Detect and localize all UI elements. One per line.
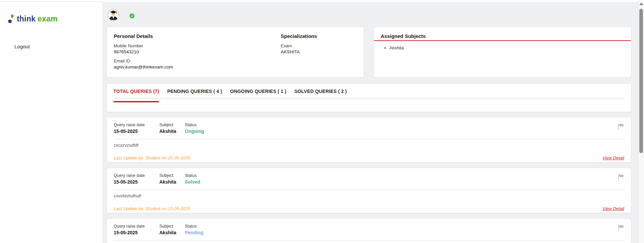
- query-subject-value: Akshita: [159, 179, 185, 185]
- query-status-value: Ongoing: [185, 129, 204, 134]
- think-exam-logo[interactable]: think exam: [8, 14, 58, 23]
- query-card-divider: [114, 139, 624, 139]
- query-card-divider: [114, 240, 624, 241]
- query-card: Query raise date 15-05-2025 Subject Aksh…: [107, 168, 631, 213]
- query-raise-date-label: Query raise date: [114, 224, 159, 229]
- query-subject-field: Subject Akshita: [159, 123, 185, 134]
- last-update-text: Last Update by: Student on 15-05-2025: [114, 206, 190, 211]
- query-card-header: Query raise date 15-05-2025 Subject Aksh…: [107, 219, 631, 235]
- query-raise-date-field: Query raise date 15-05-2025: [114, 224, 159, 235]
- query-raise-date-value: 15-05-2025: [114, 179, 159, 185]
- verified-check-icon: [129, 13, 135, 18]
- email-id-value: agniv.kumar@thinkexam.com: [114, 64, 173, 69]
- sidebar-top-divider: [0, 1, 102, 2]
- flag-icon[interactable]: [618, 123, 624, 134]
- query-card-footer: Last Update by: Student on 15-05-2025 Vi…: [114, 155, 624, 160]
- query-status-label: Status: [185, 173, 200, 178]
- tab-label: PENDING QUERIES ( 4 ): [167, 89, 222, 94]
- query-raise-date-field: Query raise date 15-05-2025: [114, 123, 159, 134]
- query-card-header: Query raise date 15-05-2025 Subject Aksh…: [107, 168, 631, 185]
- mobile-number-label: Mobile Number: [114, 43, 173, 48]
- personal-details-card: Personal Details Mobile Number 987654321…: [107, 27, 364, 78]
- query-raise-date-label: Query raise date: [114, 123, 159, 127]
- assigned-subjects-title: Assigned Subjects: [381, 33, 426, 39]
- tab-label: SOLVED QUERIES ( 2 ): [294, 89, 347, 94]
- logo-word-think: think: [17, 14, 36, 23]
- tabs-baseline: [113, 98, 625, 98]
- assigned-subjects-underline: [374, 40, 631, 41]
- logout-link[interactable]: Logout: [14, 44, 30, 49]
- queries-tab[interactable]: PENDING QUERIES ( 4 ): [167, 89, 222, 102]
- query-text: zxcxzvzsdfdf: [114, 143, 624, 148]
- flag-icon[interactable]: [618, 224, 624, 235]
- queries-tab[interactable]: SOLVED QUERIES ( 2 ): [294, 89, 347, 102]
- vertical-scrollbar[interactable]: [638, 0, 644, 243]
- email-id-label: Email ID: [114, 58, 173, 63]
- sidebar: think exam Logout: [0, 0, 102, 243]
- view-detail-link[interactable]: View Detail: [602, 155, 624, 160]
- mobile-number-value: 9876543210: [114, 49, 173, 54]
- query-text: cxvxfdsfsdfsdf: [114, 194, 624, 198]
- query-subject-value: Akshita: [159, 230, 185, 235]
- query-raise-date-label: Query raise date: [114, 173, 159, 178]
- query-subject-label: Subject: [159, 224, 185, 229]
- query-subject-label: Subject: [159, 123, 185, 127]
- last-update-text: Last Update by: Student on 15-05-2025: [114, 155, 190, 160]
- logo-note-icon: [8, 14, 14, 23]
- queries-tab[interactable]: TOTAL QUERIES (7): [113, 89, 159, 102]
- query-card-divider: [114, 190, 624, 190]
- specialization-value: AKSHITA: [281, 49, 317, 54]
- query-subject-field: Subject Akshita: [159, 173, 185, 185]
- query-card-footer: Last Update by: Student on 15-05-2025 Vi…: [114, 206, 624, 211]
- personal-details-title: Personal Details: [114, 33, 173, 39]
- scrollbar-up-arrow-icon[interactable]: [639, 3, 643, 5]
- query-raise-date-value: 15-05-2025: [114, 230, 159, 235]
- scrollbar-thumb[interactable]: [639, 9, 643, 153]
- tab-label: ONGOING QUERIES ( 1 ): [230, 89, 286, 94]
- query-card: Query raise date 15-05-2025 Subject Aksh…: [107, 117, 631, 162]
- query-subject-field: Subject Akshita: [159, 224, 185, 235]
- specializations-title: Specializations: [281, 33, 317, 39]
- query-raise-date-value: 15-05-2025: [114, 129, 159, 134]
- query-subject-label: Subject: [159, 173, 185, 178]
- tab-label: TOTAL QUERIES (7): [113, 89, 159, 94]
- user-avatar[interactable]: [108, 9, 119, 21]
- query-status-label: Status: [185, 123, 204, 127]
- flag-icon[interactable]: [618, 174, 624, 185]
- query-status-field: Status Pending: [185, 224, 203, 235]
- tabs-bar: TOTAL QUERIES (7) PENDING QUERIES ( 4 ) …: [113, 89, 347, 102]
- assigned-subjects-list: Akshita: [383, 43, 404, 50]
- query-card: Query raise date 15-05-2025 Subject Aksh…: [107, 218, 631, 243]
- assigned-subjects-card: Assigned Subjects Akshita: [374, 27, 631, 78]
- queries-tabs-card: TOTAL QUERIES (7) PENDING QUERIES ( 4 ) …: [107, 84, 631, 112]
- assigned-subject-item: Akshita: [389, 45, 404, 50]
- query-status-value: Solved: [185, 179, 200, 185]
- query-raise-date-field: Query raise date 15-05-2025: [114, 173, 159, 185]
- view-detail-link[interactable]: View Detail: [602, 206, 624, 211]
- main-content: Personal Details Mobile Number 987654321…: [102, 2, 638, 243]
- queries-tab[interactable]: ONGOING QUERIES ( 1 ): [230, 89, 286, 102]
- query-card-header: Query raise date 15-05-2025 Subject Aksh…: [107, 117, 631, 134]
- specializations-column: Specializations Exam AKSHITA: [281, 27, 317, 54]
- specialization-label: Exam: [281, 43, 317, 48]
- personal-details-column: Personal Details Mobile Number 987654321…: [114, 27, 173, 69]
- query-list: Query raise date 15-05-2025 Subject Aksh…: [107, 117, 631, 243]
- query-status-field: Status Ongoing: [185, 123, 204, 134]
- query-status-label: Status: [185, 224, 203, 229]
- query-subject-value: Akshita: [159, 129, 185, 134]
- query-status-value: Pending: [185, 230, 203, 235]
- logo-word-exam: exam: [38, 14, 58, 23]
- query-status-field: Status Solved: [185, 173, 200, 185]
- active-tab-underline: [113, 101, 159, 102]
